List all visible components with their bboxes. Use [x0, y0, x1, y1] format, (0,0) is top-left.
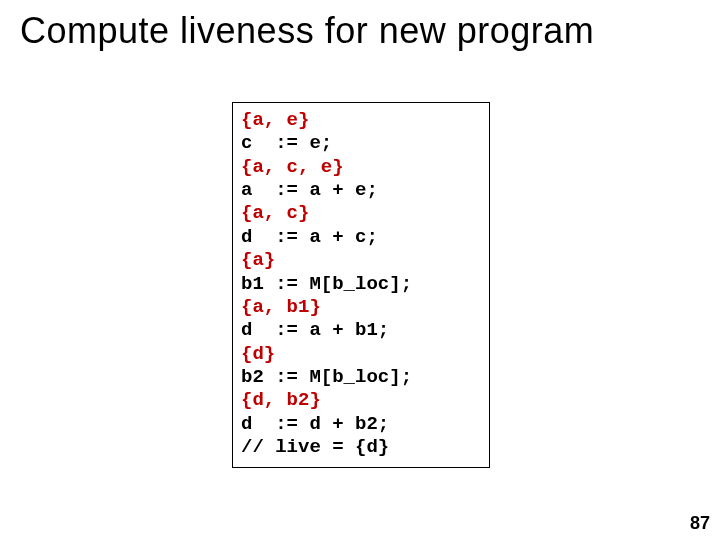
code-line: c := e; — [241, 132, 332, 154]
liveness-set: {d} — [241, 343, 275, 365]
code-comment: // live = {d} — [241, 436, 389, 458]
liveness-set: {a, c} — [241, 202, 309, 224]
page-number: 87 — [690, 513, 710, 534]
page-title: Compute liveness for new program — [20, 10, 594, 52]
liveness-set: {a, c, e} — [241, 156, 344, 178]
code-line: b1 := M[b_loc]; — [241, 273, 412, 295]
code-box: {a, e} c := e; {a, c, e} a := a + e; {a,… — [232, 102, 490, 468]
liveness-set: {a} — [241, 249, 275, 271]
liveness-set: {d, b2} — [241, 389, 321, 411]
code-line: a := a + e; — [241, 179, 378, 201]
liveness-set: {a, b1} — [241, 296, 321, 318]
code-line: b2 := M[b_loc]; — [241, 366, 412, 388]
code-line: d := a + b1; — [241, 319, 389, 341]
code-line: d := a + c; — [241, 226, 378, 248]
liveness-set: {a, e} — [241, 109, 309, 131]
code-listing: {a, e} c := e; {a, c, e} a := a + e; {a,… — [241, 109, 481, 459]
code-line: d := d + b2; — [241, 413, 389, 435]
